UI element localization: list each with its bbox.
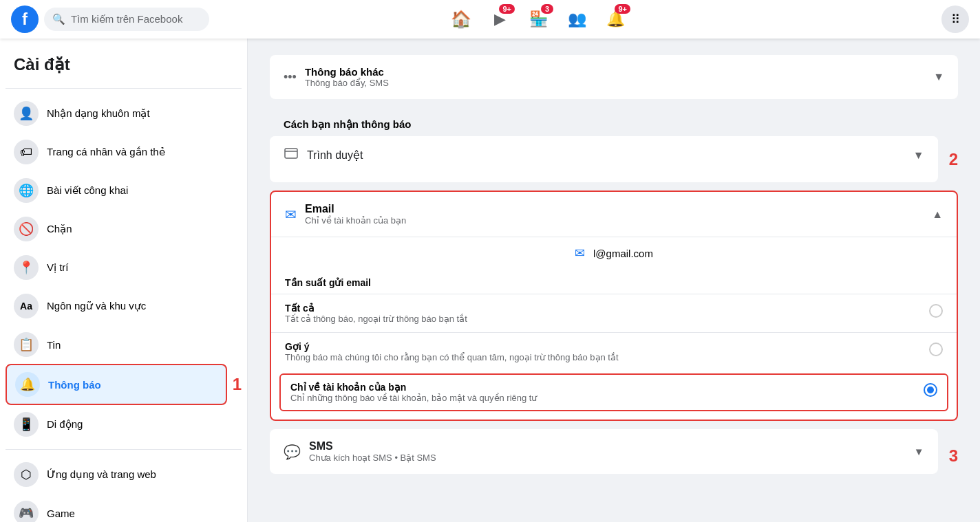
search-box[interactable]: 🔍 Tìm kiếm trên Facebook xyxy=(44,8,209,31)
nav-notifications-btn[interactable]: 🔔 9+ xyxy=(599,3,632,36)
nav-home-btn[interactable]: 🏠 xyxy=(445,3,478,36)
email-header-text: Email Chỉ về tài khoản của bạn xyxy=(305,203,406,226)
radio-account-desc: Chỉ những thông báo về tài khoản, bảo mậ… xyxy=(290,393,918,403)
sms-text: SMS Chưa kích hoạt SMS • Bật SMS xyxy=(309,440,436,463)
marketplace-badge: 3 xyxy=(541,4,553,14)
other-notifications-card: ••• Thông báo khác Thông báo đẩy, SMS ▼ xyxy=(270,55,958,99)
top-navigation: f 🔍 Tìm kiếm trên Facebook 🏠 ▶ 9+ 🏪 3 👥 … xyxy=(0,0,980,39)
sms-row[interactable]: 💬 SMS Chưa kích hoạt SMS • Bật SMS ▼ xyxy=(270,429,938,474)
sidebar-item-label: Thông báo xyxy=(48,379,101,391)
browser-label: Trình duyệt xyxy=(307,149,905,162)
radio-suggest-btn[interactable] xyxy=(929,342,943,356)
grid-icon: ⠿ xyxy=(951,12,960,27)
nav-marketplace-btn[interactable]: 🏪 3 xyxy=(522,3,555,36)
browser-icon xyxy=(284,146,299,164)
game-icon: 🎮 xyxy=(14,501,39,522)
radio-option-suggest[interactable]: Gợi ý Thông báo mà chúng tôi cho rằng bạ… xyxy=(271,332,957,371)
sidebar-divider-top xyxy=(6,88,242,89)
sidebar-item-game[interactable]: 🎮 Game xyxy=(6,494,242,522)
notifications-sidebar-icon: 🔔 xyxy=(15,372,40,397)
sidebar-item-label: Bài viết công khai xyxy=(47,184,128,197)
sms-arrow: ▼ xyxy=(914,446,924,457)
nav-groups-btn[interactable]: 👥 xyxy=(560,3,593,36)
sidebar-item-language[interactable]: Aa Ngôn ngữ và khu vực xyxy=(6,287,242,325)
dots-icon: ••• xyxy=(284,70,297,85)
sidebar-item-label: Chặn xyxy=(47,223,72,235)
sidebar-item-feed[interactable]: 📋 Tin xyxy=(6,325,242,364)
sidebar-item-label: Vị trí xyxy=(47,261,69,274)
sidebar-title: Cài đặt xyxy=(6,50,242,83)
facebook-logo[interactable]: f xyxy=(11,6,39,33)
radio-account-title: Chỉ về tài khoản của bạn xyxy=(290,382,918,393)
email-address-icon: ✉ xyxy=(575,246,585,261)
radio-all-title: Tất cả xyxy=(285,303,924,314)
face-recognition-icon: 👤 xyxy=(14,101,39,126)
mobile-icon: 📱 xyxy=(14,412,39,437)
other-notifications-text: Thông báo khác Thông báo đẩy, SMS xyxy=(305,66,925,88)
main-content: ••• Thông báo khác Thông báo đẩy, SMS ▼ … xyxy=(248,39,980,522)
email-address: l@gmail.com xyxy=(593,248,653,259)
sidebar-item-face-recognition[interactable]: 👤 Nhận dạng khuôn mặt xyxy=(6,94,242,133)
sidebar-item-label: Game xyxy=(47,508,75,519)
other-notifications-row[interactable]: ••• Thông báo khác Thông báo đẩy, SMS ▼ xyxy=(270,55,958,99)
radio-option-account[interactable]: Chỉ về tài khoản của bạn Chỉ những thông… xyxy=(279,373,948,411)
page-layout: Cài đặt 👤 Nhận dạng khuôn mặt 🏷 Trang cá… xyxy=(0,39,980,522)
annotation-3: 3 xyxy=(949,446,958,466)
browser-arrow: ▼ xyxy=(913,149,924,162)
sidebar-item-block[interactable]: 🚫 Chặn xyxy=(6,210,242,248)
sms-icon: 💬 xyxy=(284,444,301,460)
email-collapse-arrow: ▲ xyxy=(932,208,943,221)
nav-left: f 🔍 Tìm kiếm trên Facebook xyxy=(11,6,245,33)
video-badge: 9+ xyxy=(499,4,515,14)
browser-row[interactable]: Trình duyệt ▼ xyxy=(270,136,938,174)
location-icon: 📍 xyxy=(14,255,39,280)
feed-icon: 📋 xyxy=(14,332,39,357)
freq-label: Tần suất gửi email xyxy=(271,269,957,294)
sidebar-item-public-posts[interactable]: 🌐 Bài viết công khai xyxy=(6,171,242,210)
radio-suggest-desc: Thông báo mà chúng tôi cho rằng bạn có t… xyxy=(285,352,924,362)
sidebar-item-profile[interactable]: 🏷 Trang cá nhân và gắn thẻ xyxy=(6,133,242,171)
language-icon: Aa xyxy=(14,294,39,318)
other-notifications-subtitle: Thông báo đẩy, SMS xyxy=(305,78,925,88)
email-address-row: ✉ l@gmail.com xyxy=(271,237,957,269)
sms-section: 💬 SMS Chưa kích hoạt SMS • Bật SMS ▼ xyxy=(270,429,938,474)
annotation-2: 2 xyxy=(949,150,958,169)
email-header[interactable]: ✉ Email Chỉ về tài khoản của bạn ▲ xyxy=(271,192,957,237)
sidebar-divider-mid xyxy=(6,449,242,450)
browser-card: Trình duyệt ▼ xyxy=(270,136,938,182)
email-icon: ✉ xyxy=(285,206,297,223)
email-section: ✉ Email Chỉ về tài khoản của bạn ▲ ✉ l@g… xyxy=(270,191,958,421)
home-icon: 🏠 xyxy=(451,10,471,29)
grid-menu-btn[interactable]: ⠿ xyxy=(941,6,969,33)
search-icon: 🔍 xyxy=(52,13,65,25)
sidebar-item-apps[interactable]: ⬡ Ứng dụng và trang web xyxy=(6,455,242,494)
block-icon: 🚫 xyxy=(14,217,39,241)
radio-suggest-text: Gợi ý Thông báo mà chúng tôi cho rằng bạ… xyxy=(285,341,924,362)
sidebar-item-label: Tin xyxy=(47,339,61,351)
radio-account-btn[interactable] xyxy=(924,383,937,397)
sidebar-item-location[interactable]: 📍 Vị trí xyxy=(6,248,242,287)
radio-option-all[interactable]: Tất cả Tất cả thông báo, ngoại trừ thông… xyxy=(271,294,957,332)
radio-all-text: Tất cả Tất cả thông báo, ngoại trừ thông… xyxy=(285,303,924,324)
apps-icon: ⬡ xyxy=(14,462,39,487)
other-notifications-arrow: ▼ xyxy=(933,71,944,83)
radio-account-text: Chỉ về tài khoản của bạn Chỉ những thông… xyxy=(290,382,918,403)
sidebar-item-label: Ứng dụng và trang web xyxy=(47,468,156,481)
public-posts-icon: 🌐 xyxy=(14,178,39,203)
svg-rect-0 xyxy=(285,149,297,158)
profile-icon: 🏷 xyxy=(14,140,39,164)
annotation-1: 1 xyxy=(233,375,242,394)
radio-all-desc: Tất cả thông báo, ngoại trừ thông báo bạ… xyxy=(285,314,924,324)
sidebar-item-label: Ngôn ngữ và khu vực xyxy=(47,300,146,312)
sidebar-item-label: Nhận dạng khuôn mặt xyxy=(47,107,150,120)
sidebar-item-mobile[interactable]: 📱 Di động xyxy=(6,405,242,444)
radio-suggest-title: Gợi ý xyxy=(285,341,924,352)
sidebar-item-notifications[interactable]: 🔔 Thông báo xyxy=(6,364,227,405)
nav-video-btn[interactable]: ▶ 9+ xyxy=(483,3,516,36)
nav-center: 🏠 ▶ 9+ 🏪 3 👥 🔔 9+ xyxy=(245,3,831,36)
other-notifications-title: Thông báo khác xyxy=(305,66,925,78)
email-subtitle: Chỉ về tài khoản của bạn xyxy=(305,215,406,226)
sms-subtitle: Chưa kích hoạt SMS • Bật SMS xyxy=(309,453,436,463)
sms-title: SMS xyxy=(309,440,436,453)
radio-all-btn[interactable] xyxy=(929,304,943,318)
